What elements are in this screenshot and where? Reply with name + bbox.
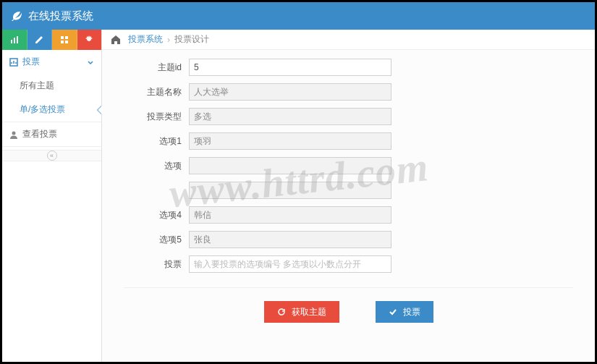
svg-rect-5: [61, 41, 64, 43]
fetch-topic-button[interactable]: 获取主题: [264, 301, 339, 323]
svg-rect-1: [14, 38, 15, 43]
toolbar-stats-button[interactable]: [2, 30, 27, 50]
breadcrumb-link[interactable]: 投票系统: [128, 33, 163, 46]
vote-label: 投票: [124, 258, 189, 271]
option5-label: 选项5: [124, 234, 189, 246]
form-divider: [124, 287, 573, 288]
vote-button-label: 投票: [403, 306, 420, 318]
user-icon: [9, 130, 18, 139]
chart-icon: [9, 58, 18, 67]
vote-form: 主题id 主题名称 投票类型 选项1 选项: [102, 50, 595, 337]
form-actions: 获取主题 投票: [124, 301, 573, 337]
nav-item-single-multi-vote[interactable]: 单/多选投票: [2, 98, 101, 122]
toolbar-edit-button[interactable]: [27, 30, 53, 50]
topic-name-label: 主题名称: [124, 86, 189, 98]
grid-icon: [60, 35, 69, 44]
nav-group-vote[interactable]: 投票: [2, 50, 101, 74]
vote-type-input: [189, 108, 391, 125]
nav-item-label: 查看投票: [22, 128, 57, 140]
svg-rect-2: [17, 36, 18, 43]
pencil-icon: [35, 35, 43, 44]
nav-item-label: 所有主题: [20, 80, 54, 90]
leaf-icon: [11, 10, 22, 22]
option3-input: [189, 182, 391, 199]
option4-label: 选项4: [124, 209, 189, 221]
topic-name-input: [189, 83, 391, 101]
breadcrumb: 投票系统 › 投票设计: [102, 30, 595, 50]
chevron-down-icon: [87, 59, 94, 66]
app-header: 在线投票系统: [2, 2, 595, 30]
sidebar-toolbar: [2, 30, 101, 50]
svg-rect-3: [61, 36, 64, 39]
option2-label: 选项: [124, 160, 189, 172]
gear-icon: [85, 35, 93, 44]
fetch-topic-label: 获取主题: [292, 306, 326, 318]
toolbar-settings-button[interactable]: [77, 30, 102, 50]
nav-group-label: 投票: [22, 56, 40, 68]
bar-chart-icon: [10, 35, 19, 44]
svg-rect-0: [11, 40, 12, 43]
sidebar: 投票 所有主题 单/多选投票 查看投票 «: [2, 30, 102, 362]
breadcrumb-separator: ›: [167, 35, 170, 45]
option5-input: [189, 231, 391, 248]
refresh-icon: [277, 308, 286, 316]
nav-item-view-votes[interactable]: 查看投票: [2, 122, 101, 147]
content-area: 投票系统 › 投票设计 主题id 主题名称 投票类型 选项1: [102, 30, 595, 362]
nav-item-label: 单/多选投票: [20, 104, 65, 114]
vote-type-label: 投票类型: [124, 111, 189, 123]
option2-input: [189, 157, 391, 174]
option1-input: [189, 132, 391, 150]
svg-rect-6: [65, 41, 68, 43]
topic-id-label: 主题id: [124, 62, 189, 74]
nav-item-all-topics[interactable]: 所有主题: [2, 74, 101, 98]
option1-label: 选项1: [124, 135, 189, 148]
toolbar-grid-button[interactable]: [52, 30, 77, 50]
svg-point-9: [12, 131, 16, 135]
check-icon: [389, 308, 397, 316]
svg-rect-4: [65, 36, 68, 39]
option4-input: [189, 206, 391, 224]
home-icon[interactable]: [111, 35, 121, 45]
sidebar-nav: 投票 所有主题 单/多选投票 查看投票 «: [2, 50, 101, 362]
collapse-left-icon: «: [47, 151, 57, 161]
sidebar-collapse-toggle[interactable]: «: [2, 150, 101, 161]
app-title: 在线投票系统: [28, 9, 93, 23]
vote-button[interactable]: 投票: [376, 301, 433, 323]
topic-id-input[interactable]: [189, 59, 391, 76]
breadcrumb-current: 投票设计: [174, 33, 209, 46]
vote-input[interactable]: [189, 255, 391, 273]
